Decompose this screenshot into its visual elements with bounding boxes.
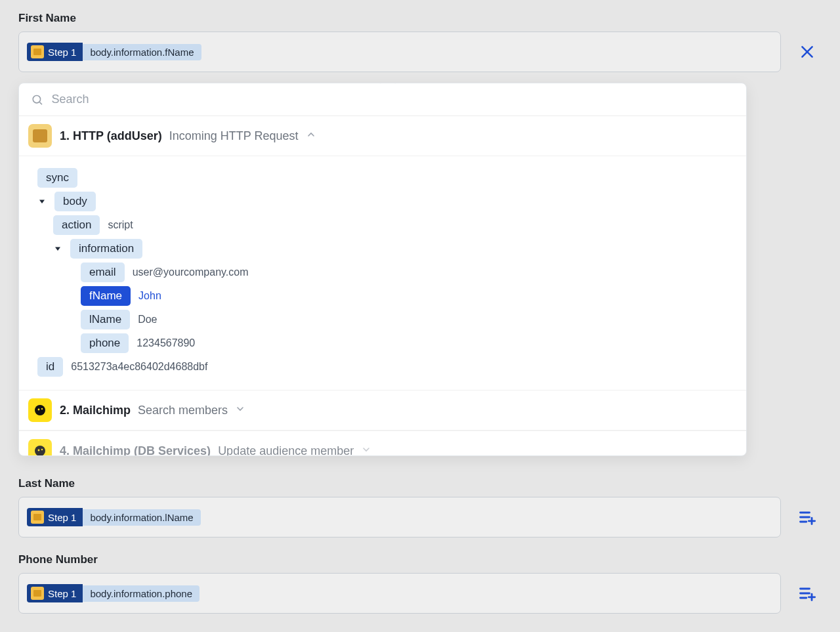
last-name-input[interactable]: Step 1 body.information.lName <box>18 497 781 537</box>
field-label-phone: Phone Number <box>18 553 822 566</box>
svg-point-10 <box>38 450 40 452</box>
sample-fname: John <box>138 290 161 302</box>
mailchimp-icon <box>28 439 52 456</box>
sample-phone: 1234567890 <box>136 337 195 349</box>
tag-body[interactable]: body <box>54 192 96 211</box>
tag-lname[interactable]: lName <box>81 310 130 329</box>
caret-information[interactable] <box>53 245 62 253</box>
chevron-down-icon[interactable] <box>361 444 371 457</box>
tag-email[interactable]: email <box>81 263 125 282</box>
dropdown-search[interactable] <box>19 83 746 116</box>
step-chip-phone[interactable]: Step 1 <box>27 584 83 602</box>
tag-fname[interactable]: fName <box>81 286 131 306</box>
path-chip-phone[interactable]: body.information.phone <box>83 585 200 602</box>
svg-point-8 <box>41 408 43 410</box>
variable-tree: sync body action script information emai… <box>19 156 746 390</box>
svg-point-6 <box>35 405 45 415</box>
http-icon <box>31 587 44 600</box>
svg-point-9 <box>35 446 45 456</box>
chevron-down-icon[interactable] <box>235 404 245 417</box>
sample-lname: Doe <box>138 314 157 326</box>
variable-picker-dropdown: 1. HTTP (addUser) Incoming HTTP Request … <box>18 83 747 456</box>
tag-phone[interactable]: phone <box>81 333 129 353</box>
search-input[interactable] <box>51 93 734 106</box>
sample-action: script <box>108 219 133 231</box>
http-step-icon <box>28 124 52 148</box>
tag-id[interactable]: id <box>37 357 63 377</box>
step-row-mailchimp-search[interactable]: 2. Mailchimp Search members <box>19 390 746 431</box>
first-name-input[interactable]: Step 1 body.information.fName <box>18 32 781 72</box>
step-row-http[interactable]: 1. HTTP (addUser) Incoming HTTP Request <box>19 116 746 156</box>
chevron-up-icon[interactable] <box>306 129 316 142</box>
sample-email: user@yourcompany.com <box>133 266 249 278</box>
dropdown-caret <box>380 83 396 85</box>
path-chip-first-name[interactable]: body.information.fName <box>83 44 201 60</box>
step-chip-last-name[interactable]: Step 1 <box>27 508 83 526</box>
expand-field-button[interactable] <box>793 508 822 526</box>
phone-input[interactable]: Step 1 body.information.phone <box>18 573 781 614</box>
sample-id: 6513273a4ec86402d4688dbf <box>71 361 207 373</box>
svg-point-11 <box>41 449 43 450</box>
http-icon <box>31 511 44 524</box>
close-button[interactable] <box>793 43 822 60</box>
field-last-name: Last Name Step 1 body.information.lName <box>18 477 822 537</box>
search-icon <box>31 93 43 106</box>
svg-marker-4 <box>39 200 45 204</box>
expand-field-button[interactable] <box>793 584 822 602</box>
tag-information[interactable]: information <box>70 239 142 259</box>
field-label-last-name: Last Name <box>18 477 822 490</box>
step-row-mailchimp-update[interactable]: 4. Mailchimp (DB Services) Update audien… <box>19 431 746 456</box>
caret-body[interactable] <box>37 198 47 205</box>
field-first-name: First Name Step 1 body.information.fName <box>18 12 822 456</box>
path-chip-last-name[interactable]: body.information.lName <box>83 509 200 526</box>
svg-point-2 <box>33 95 40 102</box>
svg-point-7 <box>38 409 40 411</box>
step-chip-first-name[interactable]: Step 1 <box>27 43 83 61</box>
svg-marker-5 <box>55 247 60 251</box>
field-label-first-name: First Name <box>18 12 822 25</box>
svg-line-3 <box>39 102 42 104</box>
field-phone: Phone Number Step 1 body.information.pho… <box>18 553 822 614</box>
http-icon <box>31 45 44 58</box>
mailchimp-icon <box>28 398 52 422</box>
tag-action[interactable]: action <box>53 215 100 235</box>
tag-sync[interactable]: sync <box>37 168 77 188</box>
